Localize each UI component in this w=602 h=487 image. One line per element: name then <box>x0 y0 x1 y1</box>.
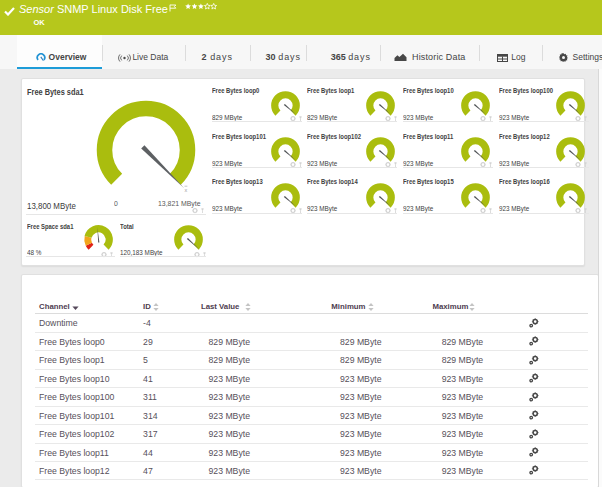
svg-text:x: x <box>185 186 188 192</box>
